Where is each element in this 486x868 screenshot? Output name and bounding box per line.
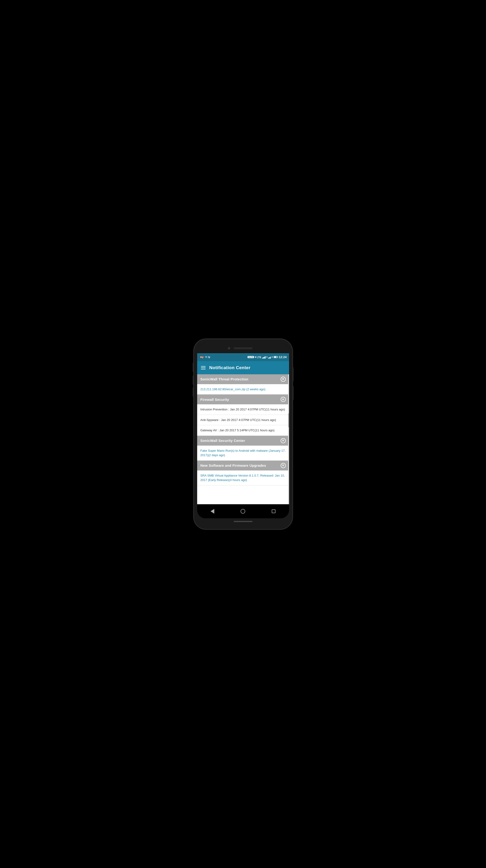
recents-button[interactable] bbox=[268, 506, 279, 517]
notif-text-firewall-3: Gateway AV : Jan 20 2017 5:14PM UTC(11 h… bbox=[200, 429, 274, 432]
firewall-label-3: Gateway AV bbox=[200, 429, 217, 432]
signal-bar-4 bbox=[265, 356, 266, 359]
hamburger-line-3 bbox=[201, 369, 205, 369]
recents-icon bbox=[272, 509, 276, 513]
signal-bar-3 bbox=[264, 357, 265, 359]
close-firmware-button[interactable]: ✕ bbox=[281, 463, 286, 468]
firewall-label-1: Intrusion Prevention bbox=[200, 408, 228, 411]
notif-item-firewall-1: Intrusion Prevention : Jan 20 2017 4:07P… bbox=[197, 404, 289, 415]
status-bar: my ✉ N VoLTE ▾ LTE R bbox=[197, 353, 289, 361]
phone-top-bar bbox=[197, 343, 289, 353]
content-wrapper: SonicWall Threat Protection ✕ 213.211.19… bbox=[197, 374, 289, 504]
signal-bars-1 bbox=[262, 356, 266, 359]
home-icon bbox=[240, 509, 245, 514]
lte-label: LTE bbox=[257, 356, 261, 359]
signal-bar2-3 bbox=[270, 357, 271, 359]
signal-bar2-2 bbox=[269, 357, 270, 359]
section-title-threat: SonicWall Threat Protection bbox=[200, 377, 249, 381]
content-bottom-space bbox=[197, 486, 289, 504]
app-title: Notification Center bbox=[209, 365, 251, 370]
gmail-icon: ✉ bbox=[205, 355, 207, 359]
battery-body bbox=[273, 356, 277, 358]
scrollbar-track[interactable] bbox=[288, 374, 289, 504]
notif-item-threat-1[interactable]: 213.211.198.62:80/eicar_com.zip (2 weeks… bbox=[197, 384, 289, 395]
my-icon: my bbox=[199, 355, 204, 359]
r-badge: R bbox=[266, 356, 268, 358]
close-threat-button[interactable]: ✕ bbox=[281, 377, 286, 382]
phone-bottom-bar bbox=[197, 518, 289, 525]
section-header-threat: SonicWall Threat Protection ✕ bbox=[197, 374, 289, 384]
phone-screen: my ✉ N VoLTE ▾ LTE R bbox=[197, 343, 289, 518]
phone-device: my ✉ N VoLTE ▾ LTE R bbox=[194, 339, 292, 529]
battery-icon bbox=[273, 356, 278, 358]
firewall-value-3: : Jan 20 2017 5:14PM UTC(11 hours ago) bbox=[218, 429, 274, 432]
hamburger-line-1 bbox=[201, 366, 205, 367]
section-title-firewall: Firewall Security bbox=[200, 398, 229, 402]
earpiece-speaker bbox=[234, 347, 253, 349]
firewall-label-2: Anti-Spyware bbox=[200, 418, 219, 422]
firewall-value-2: : Jan 20 2017 4:07PM UTC(11 hours ago) bbox=[219, 418, 276, 422]
r-badge-2: R bbox=[271, 356, 273, 358]
section-title-firmware: New Software and Firmware Upgrades bbox=[200, 463, 266, 467]
app-bar: Notification Center bbox=[197, 361, 289, 374]
close-security-center-button[interactable]: ✕ bbox=[281, 438, 286, 443]
notifications-content: SonicWall Threat Protection ✕ 213.211.19… bbox=[197, 374, 289, 504]
back-button[interactable] bbox=[207, 506, 218, 517]
home-button[interactable] bbox=[238, 506, 248, 517]
signal-bar-2 bbox=[263, 357, 264, 359]
notif-link-threat-1[interactable]: 213.211.198.62:80/eicar_com.zip (2 weeks… bbox=[200, 388, 266, 391]
hamburger-line-2 bbox=[201, 368, 205, 368]
status-time: 12:24 bbox=[279, 355, 287, 359]
section-header-firmware: New Software and Firmware Upgrades ✕ bbox=[197, 461, 289, 470]
notif-text-firewall-2: Anti-Spyware : Jan 20 2017 4:07PM UTC(11… bbox=[200, 418, 276, 422]
signal-bars-2 bbox=[268, 356, 271, 359]
section-header-security-center: SonicWall Security Center ✕ bbox=[197, 436, 289, 445]
notif-link-firmware-1[interactable]: SRA SMB Virtual Appliance Version 8.1.0.… bbox=[200, 474, 285, 482]
scrollbar-thumb[interactable] bbox=[288, 413, 289, 427]
notif-item-firewall-3: Gateway AV : Jan 20 2017 5:14PM UTC(11 h… bbox=[197, 425, 289, 436]
hamburger-menu-button[interactable] bbox=[201, 366, 205, 369]
n-icon: N bbox=[208, 356, 210, 359]
status-icons-right: VoLTE ▾ LTE R R bbox=[248, 355, 287, 359]
section-title-security-center: SonicWall Security Center bbox=[200, 439, 245, 442]
notif-item-firewall-2: Anti-Spyware : Jan 20 2017 4:07PM UTC(11… bbox=[197, 415, 289, 426]
wifi-icon: ▾ bbox=[255, 355, 256, 359]
notif-link-security-1[interactable]: Fake Super Mario Run(s) to Android with … bbox=[200, 449, 286, 457]
signal-bar-1 bbox=[262, 358, 263, 359]
battery-tip bbox=[278, 356, 278, 358]
notif-item-security-1[interactable]: Fake Super Mario Run(s) to Android with … bbox=[197, 445, 289, 461]
signal-bar2-1 bbox=[268, 358, 269, 359]
firewall-value-1: : Jan 20 2017 4:07PM UTC(11 hours ago) bbox=[228, 408, 285, 411]
bottom-navigation bbox=[197, 504, 289, 518]
section-header-firewall: Firewall Security ✕ bbox=[197, 395, 289, 404]
back-icon bbox=[210, 509, 214, 514]
front-camera bbox=[228, 347, 230, 349]
volte-badge: VoLTE bbox=[248, 356, 254, 358]
status-icons-left: my ✉ N bbox=[199, 355, 210, 359]
battery-fill bbox=[274, 356, 277, 358]
close-firewall-button[interactable]: ✕ bbox=[281, 397, 286, 402]
notif-item-firmware-1[interactable]: SRA SMB Virtual Appliance Version 8.1.0.… bbox=[197, 470, 289, 486]
home-indicator bbox=[234, 521, 253, 522]
notif-text-firewall-1: Intrusion Prevention : Jan 20 2017 4:07P… bbox=[200, 408, 285, 411]
